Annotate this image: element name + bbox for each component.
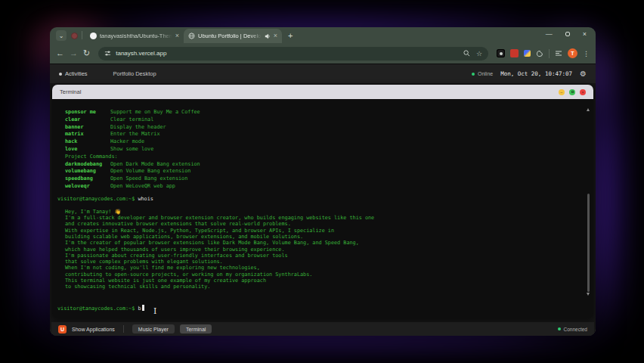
whois-output: Hey, I'm Tanay! 👋 I'm a full-stack devel… bbox=[57, 209, 578, 290]
reload-button[interactable]: ↻ bbox=[83, 49, 90, 57]
extension-red-icon[interactable] bbox=[510, 49, 519, 57]
extension-dark-icon[interactable] bbox=[497, 49, 505, 57]
show-applications-icon[interactable]: U bbox=[58, 325, 67, 334]
command-row: clearClear terminal bbox=[57, 116, 578, 124]
command-row: darkmodebangOpen Dark Mode Bang extensio… bbox=[57, 161, 578, 169]
maximize-button[interactable] bbox=[565, 32, 570, 36]
profile-avatar[interactable]: T bbox=[568, 48, 577, 58]
connected-label: Connected bbox=[564, 327, 587, 332]
address-bar[interactable]: tanaysh.vercel.app ☆ bbox=[98, 47, 488, 60]
activities-label: Activities bbox=[65, 70, 88, 77]
close-button[interactable]: × bbox=[583, 30, 587, 38]
command-row: matrixEnter the Matrix bbox=[57, 131, 578, 138]
github-icon bbox=[90, 33, 97, 39]
divider bbox=[549, 49, 550, 58]
connection-status: Connected bbox=[558, 327, 587, 332]
scrollbar-up-arrow[interactable] bbox=[587, 108, 590, 111]
forward-button[interactable]: → bbox=[70, 49, 78, 57]
scrollbar-down-arrow[interactable] bbox=[587, 293, 590, 296]
terminal-minimize-button[interactable]: − bbox=[559, 89, 565, 95]
command-row: bannerDisplay the header bbox=[57, 124, 578, 132]
close-tab-icon[interactable]: × bbox=[274, 33, 277, 39]
command-row: volumebangOpen Volume Bang extension bbox=[57, 168, 578, 175]
clock[interactable]: Mon, Oct 20, 10:47:07 bbox=[500, 70, 572, 77]
terminal-title: Terminal bbox=[60, 88, 81, 95]
command-row: sponsor meSupport me on Buy Me a Coffee bbox=[57, 109, 578, 116]
taskbar-terminal-button[interactable]: Terminal bbox=[180, 324, 212, 334]
command-row: loveShow some love bbox=[57, 146, 578, 154]
gear-icon[interactable]: ⚙ bbox=[580, 70, 587, 78]
tab-search-button[interactable]: ⌄ bbox=[56, 30, 67, 41]
terminal-body[interactable]: sponsor meSupport me on Buy Me a Coffee … bbox=[52, 99, 593, 318]
online-dot bbox=[472, 73, 475, 76]
recording-indicator-icon bbox=[71, 33, 78, 39]
close-tab-icon[interactable]: × bbox=[175, 33, 179, 39]
browser-window-controls: — × bbox=[546, 30, 587, 38]
ubuntu-top-bar: Activities Portfolio Desktop Online Mon,… bbox=[50, 64, 596, 83]
tab-audio-icon[interactable] bbox=[265, 33, 271, 39]
wave-emoji: 👋 bbox=[114, 209, 121, 215]
online-status: Online bbox=[472, 71, 493, 76]
tab-label: tanayvasishtha/Ubuntu-Them bbox=[100, 33, 172, 39]
terminal-titlebar[interactable]: Terminal − × bbox=[52, 85, 593, 99]
executed-prompt-line: visitor@tanaycodes.com:~$ whois bbox=[57, 196, 578, 203]
section-label: Project Commands: bbox=[57, 154, 578, 161]
activities-button[interactable]: Activities bbox=[59, 70, 88, 77]
terminal-close-button[interactable]: × bbox=[580, 89, 586, 95]
webpage-viewport: Activities Portfolio Desktop Online Mon,… bbox=[50, 64, 596, 336]
terminal-window: Terminal − × sponsor meSupport me on Buy… bbox=[52, 85, 593, 318]
extension-color-icon[interactable] bbox=[524, 50, 531, 57]
browser-toolbar: ← → ↻ tanaysh.vercel.app ☆ bbox=[50, 43, 596, 64]
site-settings-icon[interactable] bbox=[104, 50, 111, 57]
extension-icons: T ⋮ bbox=[497, 48, 590, 58]
command-row: weloveqrOpen WeLoveQR web app bbox=[57, 183, 578, 191]
terminal-scrollbar[interactable] bbox=[587, 194, 590, 293]
back-button[interactable]: ← bbox=[56, 49, 64, 57]
minimize-button[interactable]: — bbox=[546, 30, 553, 38]
tab-ubuntu-portfolio[interactable]: Ubuntu Portfolio | Develop × bbox=[184, 29, 282, 43]
tab-label: Ubuntu Portfolio | Develop bbox=[198, 33, 262, 39]
divider bbox=[82, 31, 82, 39]
terminal-input-line[interactable]: visitor@tanaycodes.com:~$ b bbox=[57, 305, 144, 312]
zoom-icon[interactable] bbox=[463, 50, 470, 57]
workspace-label[interactable]: Portfolio Desktop bbox=[113, 70, 156, 77]
divider bbox=[123, 325, 124, 333]
tab-github-repo[interactable]: tanayvasishtha/Ubuntu-Them × bbox=[85, 29, 184, 43]
command-row: speedbangOpen Speed Bang extension bbox=[57, 175, 578, 183]
connected-dot bbox=[558, 327, 561, 330]
tab-bar: ⌄ tanayvasishtha/Ubuntu-Them × Ubuntu Po… bbox=[50, 27, 596, 43]
browser-window: ⌄ tanayvasishtha/Ubuntu-Them × Ubuntu Po… bbox=[50, 27, 596, 336]
activities-dot bbox=[59, 73, 62, 76]
text-cursor bbox=[142, 305, 145, 311]
new-tab-button[interactable]: + bbox=[288, 31, 293, 40]
bookmark-star-icon[interactable]: ☆ bbox=[476, 50, 482, 57]
command-row: hackHacker mode bbox=[57, 138, 578, 146]
taskbar-music-player-button[interactable]: Music Player bbox=[132, 324, 175, 334]
extensions-menu-icon[interactable] bbox=[536, 50, 543, 57]
globe-icon bbox=[188, 33, 195, 39]
customize-list-icon[interactable] bbox=[555, 50, 562, 57]
terminal-maximize-button[interactable] bbox=[569, 89, 575, 95]
browser-menu-icon[interactable]: ⋮ bbox=[583, 50, 590, 57]
desktop-area: Terminal − × sponsor meSupport me on Buy… bbox=[50, 83, 596, 336]
mouse-ibeam-cursor: I bbox=[153, 306, 156, 316]
taskbar: U Show Applications Music Player Termina… bbox=[51, 322, 594, 336]
url-text[interactable]: tanaysh.vercel.app bbox=[116, 50, 459, 57]
show-applications-label[interactable]: Show Applications bbox=[72, 327, 115, 332]
online-label: Online bbox=[478, 71, 493, 76]
